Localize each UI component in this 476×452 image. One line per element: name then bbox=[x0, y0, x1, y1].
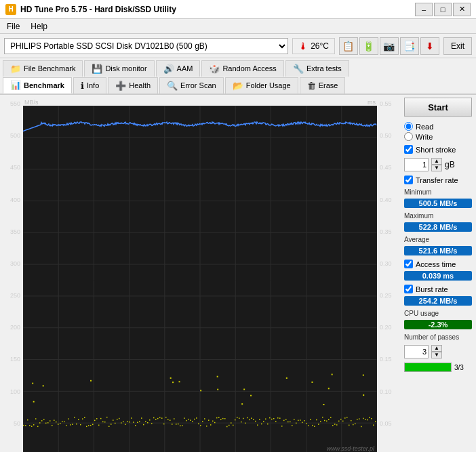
burst-rate-input[interactable] bbox=[404, 285, 413, 293]
y-label: 350 bbox=[4, 228, 20, 235]
chart-top-labels: MB/s ms bbox=[23, 99, 377, 106]
camera-icon-btn[interactable]: 📷 bbox=[380, 37, 399, 55]
tab-benchmark[interactable]: 📊 Benchmark bbox=[3, 77, 72, 94]
y-label: 50 bbox=[4, 420, 20, 427]
cpu-usage-value: -2.3% bbox=[404, 320, 472, 329]
tab-erase[interactable]: 🗑 Erase bbox=[300, 77, 346, 94]
maximum-label: Maximum bbox=[404, 212, 472, 220]
tab-aam-label: AAM bbox=[177, 64, 193, 73]
y-label: 500 bbox=[4, 132, 20, 139]
write-radio[interactable] bbox=[404, 132, 413, 141]
y-label-top: 550 bbox=[4, 100, 20, 107]
access-time-input[interactable] bbox=[404, 260, 413, 268]
thermometer-icon: 🌡 bbox=[298, 41, 308, 52]
tab-folder-usage-label: Folder Usage bbox=[246, 81, 291, 89]
start-button[interactable]: Start bbox=[404, 98, 472, 117]
watermark: www.ssd-tester.pl bbox=[327, 445, 374, 452]
cpu-usage-label: CPU usage bbox=[404, 310, 472, 317]
tab-bar: 📁 File Benchmark 💾 Disk monitor 🔊 AAM 🎲 … bbox=[0, 58, 476, 95]
extra-tests-icon: 🔧 bbox=[293, 64, 304, 74]
tab-file-benchmark[interactable]: 📁 File Benchmark bbox=[3, 60, 83, 77]
minimum-value: 500.5 MB/s bbox=[404, 199, 472, 208]
stroke-down-button[interactable]: ▼ bbox=[431, 165, 442, 171]
title-bar-left: H HD Tune Pro 5.75 - Hard Disk/SSD Utili… bbox=[5, 4, 176, 15]
y-axis-left: 550 500 450 400 350 300 250 200 150 100 … bbox=[4, 99, 23, 452]
random-access-icon: 🎲 bbox=[209, 64, 220, 74]
y-axis-right: 0.55 0.50 0.45 0.40 0.35 0.30 0.25 0.20 … bbox=[377, 99, 396, 452]
health-icon-btn[interactable]: 🔋 bbox=[359, 37, 378, 55]
menu-file[interactable]: File bbox=[3, 21, 24, 32]
tab-health[interactable]: ➕ Health bbox=[108, 77, 158, 94]
access-time-label: Access time bbox=[416, 260, 456, 268]
read-radio[interactable] bbox=[404, 122, 413, 131]
burst-rate-checkbox[interactable]: Burst rate bbox=[404, 285, 472, 293]
close-button[interactable]: ✕ bbox=[453, 3, 471, 16]
short-stroke-input[interactable] bbox=[404, 145, 413, 154]
progress-row: 3/3 bbox=[404, 363, 472, 372]
stroke-spinner-row: ▲ ▼ gB bbox=[404, 158, 472, 171]
passes-spinner-row: ▲ ▼ bbox=[404, 345, 472, 358]
maximize-button[interactable]: □ bbox=[434, 3, 452, 16]
device-select[interactable]: PHILIPS Portable SSD SCSI Disk DV1021B0 … bbox=[4, 38, 288, 54]
passes-up-button[interactable]: ▲ bbox=[431, 345, 442, 352]
title-bar-controls: – □ ✕ bbox=[415, 3, 471, 16]
file-benchmark-icon: 📁 bbox=[10, 64, 21, 74]
tab-aam[interactable]: 🔊 AAM bbox=[156, 60, 201, 77]
tab-folder-usage[interactable]: 📂 Folder Usage bbox=[225, 77, 298, 94]
short-stroke-checkbox[interactable]: Short stroke bbox=[404, 145, 472, 154]
menu-help[interactable]: Help bbox=[26, 21, 52, 32]
save-icon-btn[interactable]: ⬇ bbox=[420, 37, 439, 55]
average-value: 521.6 MB/s bbox=[404, 246, 472, 255]
burst-rate-value: 254.2 MB/s bbox=[404, 296, 472, 306]
minimum-label: Minimum bbox=[404, 188, 472, 196]
tab-random-access[interactable]: 🎲 Random Access bbox=[201, 60, 283, 77]
chart-container: 550 500 450 400 350 300 250 200 150 100 … bbox=[4, 99, 396, 448]
tab-extra-tests[interactable]: 🔧 Extra tests bbox=[285, 60, 349, 77]
y-label: 450 bbox=[4, 164, 20, 171]
access-time-value: 0.039 ms bbox=[404, 271, 472, 281]
burst-rate-label: Burst rate bbox=[416, 285, 448, 293]
temperature-value: 26°C bbox=[311, 41, 329, 51]
write-radio-label[interactable]: Write bbox=[404, 132, 472, 141]
tab-row-2: 📊 Benchmark ℹ Info ➕ Health 🔍 Error Scan… bbox=[3, 77, 473, 94]
read-write-group: Read Write bbox=[404, 122, 472, 141]
passes-down-button[interactable]: ▼ bbox=[431, 352, 442, 358]
tab-disk-monitor[interactable]: 💾 Disk monitor bbox=[84, 60, 154, 77]
tab-row-1: 📁 File Benchmark 💾 Disk monitor 🔊 AAM 🎲 … bbox=[3, 60, 473, 77]
transfer-rate-checkbox[interactable]: Transfer rate bbox=[404, 176, 472, 184]
info-icon-btn[interactable]: 📋 bbox=[339, 37, 358, 55]
average-label: Average bbox=[404, 236, 472, 243]
window-title: HD Tune Pro 5.75 - Hard Disk/SSD Utility bbox=[20, 5, 176, 14]
transfer-rate-label: Transfer rate bbox=[416, 176, 458, 184]
exit-button[interactable]: Exit bbox=[443, 37, 472, 55]
title-bar: H HD Tune Pro 5.75 - Hard Disk/SSD Utili… bbox=[0, 0, 476, 19]
progress-label: 3/3 bbox=[454, 364, 464, 371]
y-label: 200 bbox=[4, 324, 20, 331]
tab-error-scan[interactable]: 🔍 Error Scan bbox=[159, 77, 224, 94]
progress-bar-fill bbox=[405, 363, 451, 371]
short-stroke-label: Short stroke bbox=[416, 146, 456, 154]
stroke-value-input[interactable] bbox=[404, 158, 429, 171]
tab-extra-tests-label: Extra tests bbox=[306, 64, 342, 73]
tab-erase-label: Erase bbox=[319, 81, 338, 89]
stroke-up-button[interactable]: ▲ bbox=[431, 158, 442, 165]
benchmark-icon: 📊 bbox=[10, 80, 21, 90]
minimize-button[interactable]: – bbox=[415, 3, 433, 16]
read-label: Read bbox=[416, 123, 433, 131]
tab-health-label: Health bbox=[129, 81, 151, 89]
tab-file-benchmark-label: File Benchmark bbox=[24, 64, 75, 73]
app-icon: H bbox=[5, 4, 16, 15]
tab-info[interactable]: ℹ Info bbox=[73, 77, 106, 94]
access-time-checkbox[interactable]: Access time bbox=[404, 260, 472, 268]
transfer-rate-input[interactable] bbox=[404, 176, 413, 184]
passes-input[interactable] bbox=[404, 345, 429, 358]
benchmark-chart bbox=[23, 106, 377, 452]
error-scan-icon: 🔍 bbox=[167, 81, 178, 91]
tab-benchmark-label: Benchmark bbox=[24, 81, 64, 89]
read-radio-label[interactable]: Read bbox=[404, 122, 472, 131]
stroke-unit: gB bbox=[445, 160, 455, 169]
copy-icon-btn[interactable]: 📑 bbox=[400, 37, 419, 55]
device-icons: 📋 🔋 📷 📑 ⬇ bbox=[339, 37, 439, 55]
right-panel: Start Read Write Short stroke ▲ ▼ gB bbox=[400, 95, 476, 452]
passes-label: Number of passes bbox=[404, 333, 472, 341]
